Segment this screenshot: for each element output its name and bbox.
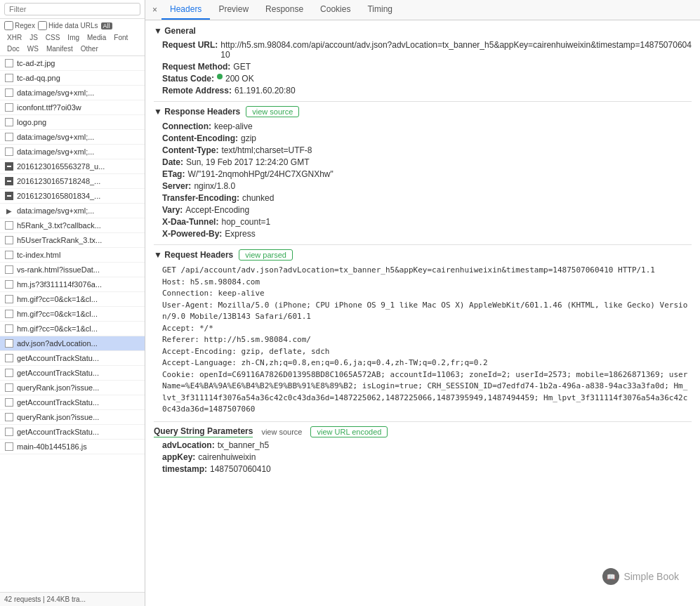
file-name: 20161230165718248_...: [17, 177, 140, 185]
tab-pill-media[interactable]: Media: [84, 33, 109, 42]
list-item[interactable]: 20161230165801834_...: [0, 189, 145, 204]
list-item[interactable]: ▶ data:image/svg+xml;...: [0, 204, 145, 218]
tab-pill-font[interactable]: Font: [111, 33, 131, 42]
file-icon: [4, 250, 14, 260]
list-item[interactable]: main-40b1445186.js: [0, 440, 145, 454]
bottom-status: 42 requests | 24.4KB tra...: [0, 592, 145, 606]
tab-preview[interactable]: Preview: [210, 0, 257, 20]
list-item[interactable]: h5Rank_3.txt?callback...: [0, 218, 145, 233]
transfer-encoding-key: Transfer-Encoding:: [162, 193, 239, 203]
file-icon: [4, 265, 14, 275]
request-url-key: Request URL:: [162, 40, 218, 50]
right-panel: × Headers Preview Response Cookies Timin…: [145, 0, 700, 606]
regex-checkbox-label[interactable]: Regex: [4, 21, 35, 30]
file-icon: [4, 73, 14, 83]
file-name: main-40b1445186.js: [17, 442, 140, 451]
file-icon: [4, 442, 14, 452]
list-item[interactable]: hm.gif?cc=0&ck=1&cl...: [0, 322, 145, 336]
x-daa-tunnel-value: hop_count=1: [221, 217, 270, 227]
list-item[interactable]: hm.js?3f311114f3076a...: [0, 277, 145, 292]
list-item[interactable]: queryRank.json?issue...: [0, 410, 145, 425]
hide-data-checkbox[interactable]: [38, 21, 47, 30]
content-type-key: Content-Type:: [162, 145, 218, 155]
app-key-value: cairenhuiweixin: [198, 452, 256, 462]
list-item[interactable]: getAccountTrackStatu...: [0, 425, 145, 440]
tab-response[interactable]: Response: [257, 0, 312, 20]
file-name: h5Rank_3.txt?callback...: [17, 221, 140, 230]
close-button[interactable]: ×: [148, 2, 161, 18]
file-icon: [4, 309, 14, 319]
file-icon: [4, 191, 14, 201]
tab-pill-img[interactable]: Img: [65, 33, 82, 42]
file-name: tc-index.html: [17, 251, 140, 259]
list-item[interactable]: adv.json?advLocation...: [0, 336, 145, 351]
query-string-header: Query String Parameters view source view…: [154, 426, 692, 437]
file-name: getAccountTrackStatu...: [17, 398, 140, 407]
file-name: hm.gif?cc=0&ck=1&cl...: [17, 295, 140, 303]
view-source-button[interactable]: view source: [246, 106, 299, 117]
tab-timing[interactable]: Timing: [359, 0, 401, 20]
list-item[interactable]: getAccountTrackStatu...: [0, 395, 145, 410]
tab-pill-xhr[interactable]: XHR: [4, 33, 25, 42]
request-method-value: GET: [233, 62, 251, 72]
file-icon: [4, 103, 14, 112]
remote-address-row: Remote Address: 61.191.60.20:80: [154, 86, 692, 95]
tab-pill-ws[interactable]: WS: [25, 44, 41, 53]
view-url-encoded-button[interactable]: view URL encoded: [310, 426, 388, 437]
list-item[interactable]: data:image/svg+xml;...: [0, 130, 145, 145]
list-item[interactable]: iconfont.ttf?7oi03w: [0, 100, 145, 115]
watermark-label: Simple Book: [623, 571, 679, 582]
tab-pill-js[interactable]: JS: [27, 33, 41, 42]
app-key-row: appKey: cairenhuiweixin: [154, 452, 692, 462]
file-icon: [4, 324, 14, 334]
tab-pill-doc[interactable]: Doc: [4, 44, 22, 53]
list-item[interactable]: tc-ad-zt.jpg: [0, 56, 145, 71]
etag-row: ETag: W/"191-2nqmohHPgt/24HC7XGNXhw": [154, 169, 692, 179]
list-item[interactable]: hm.gif?cc=0&ck=1&cl...: [0, 292, 145, 307]
tab-pill-css[interactable]: CSS: [43, 33, 63, 42]
toolbar-row: Regex Hide data URLs All XHR JS CSS Img …: [0, 19, 145, 56]
file-icon: [4, 397, 14, 407]
list-item[interactable]: tc-index.html: [0, 248, 145, 263]
list-item[interactable]: 20161230165563278_u...: [0, 159, 145, 174]
file-icon: [4, 58, 14, 68]
hide-data-checkbox-label[interactable]: Hide data URLs: [38, 21, 98, 30]
response-headers-header: ▼ Response Headers view source: [154, 106, 692, 117]
list-item[interactable]: getAccountTrackStatu...: [0, 366, 145, 381]
list-item[interactable]: data:image/svg+xml;...: [0, 86, 145, 100]
watermark: 📖 Simple Book: [602, 568, 679, 585]
divider: [154, 244, 692, 245]
view-parsed-button[interactable]: view parsed: [239, 249, 293, 261]
tab-cookies[interactable]: Cookies: [312, 0, 359, 20]
timestamp-row: timestamp: 1487507060410: [154, 464, 692, 474]
request-raw: GET /api/account/adv.json?advLocation=tx…: [154, 265, 692, 416]
list-item[interactable]: tc-ad-qq.png: [0, 71, 145, 86]
list-item[interactable]: queryRank.json?issue...: [0, 381, 145, 395]
date-value: Sun, 19 Feb 2017 12:24:20 GMT: [186, 157, 309, 167]
tab-pill-manifest[interactable]: Manifest: [44, 44, 76, 53]
file-name: data:image/svg+xml;...: [17, 133, 140, 141]
etag-key: ETag:: [162, 169, 185, 179]
file-name: data:image/svg+xml;...: [17, 206, 140, 215]
tab-pills: XHR JS CSS Img Media Font Doc WS Manifes…: [4, 33, 140, 53]
list-item[interactable]: hm.gif?cc=0&ck=1&cl...: [0, 307, 145, 322]
file-icon: [4, 412, 14, 422]
vary-value: Accept-Encoding: [185, 205, 249, 215]
list-item[interactable]: h5UserTrackRank_3.tx...: [0, 233, 145, 248]
view-source-plain-button[interactable]: view source: [257, 427, 306, 437]
list-item[interactable]: getAccountTrackStatu...: [0, 351, 145, 366]
tab-pill-other[interactable]: Other: [78, 44, 101, 53]
list-item[interactable]: logo.png: [0, 115, 145, 130]
tab-headers[interactable]: Headers: [161, 0, 210, 20]
regex-checkbox[interactable]: [4, 21, 13, 30]
general-title: ▼ General: [154, 26, 196, 36]
list-item[interactable]: 20161230165718248_...: [0, 174, 145, 189]
file-icon: [4, 353, 14, 363]
list-item[interactable]: vs-rank.html?issueDat...: [0, 263, 145, 277]
list-item[interactable]: data:image/svg+xml;...: [0, 145, 145, 159]
file-icon: [4, 176, 14, 186]
hide-data-label: Hide data URLs: [48, 22, 98, 29]
content-type-value: text/html;charset=UTF-8: [221, 145, 312, 155]
filter-input[interactable]: [4, 3, 140, 15]
file-icon: [4, 88, 14, 98]
